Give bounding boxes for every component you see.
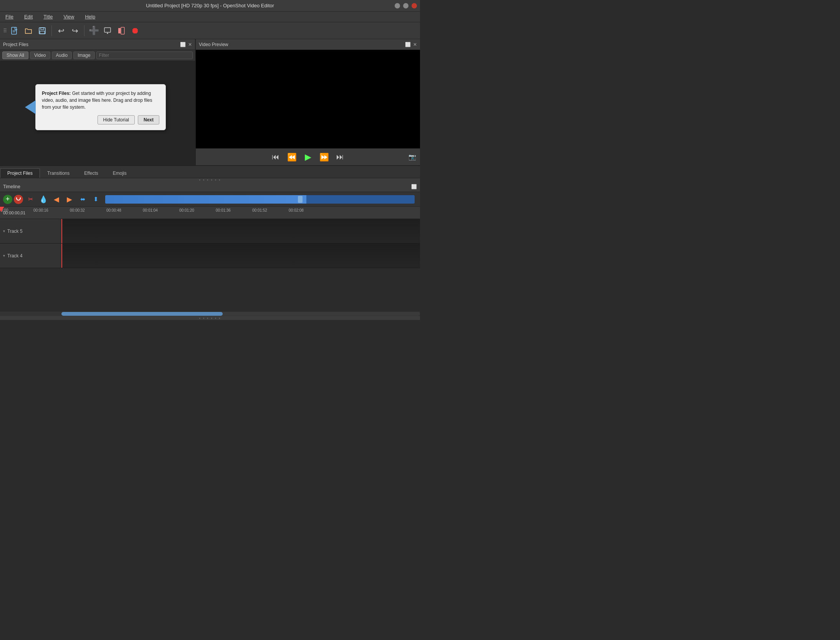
align-center-button[interactable]: ⬍	[90, 194, 101, 205]
menu-edit[interactable]: Edit	[22, 13, 35, 20]
menu-help[interactable]: Help	[83, 13, 98, 20]
filter-input[interactable]	[96, 51, 193, 59]
video-controls: ⏮ ⏪ ▶ ⏩ ⏭ 📷	[196, 148, 420, 165]
menubar: File Edit Title View Help	[0, 12, 420, 22]
scrubber-handle[interactable]	[298, 196, 303, 203]
svg-rect-9	[121, 27, 124, 34]
timeline-resize-icon[interactable]: ⬜	[411, 184, 417, 189]
project-files-title: Project Files	[3, 42, 28, 47]
tutorial-arrow	[25, 100, 36, 114]
ripple-button[interactable]: 💧	[38, 194, 49, 205]
rewind-button[interactable]: ⏪	[286, 151, 298, 163]
tab-project-files[interactable]: Project Files	[0, 168, 40, 178]
fullscreen-button[interactable]	[101, 25, 114, 37]
ruler-marker-64: 00:01:04	[143, 208, 158, 212]
fast-forward-button[interactable]: ⏩	[318, 151, 330, 163]
tab-effects[interactable]: Effects	[77, 168, 105, 178]
filter-bar: Show All Video Audio Image	[0, 50, 195, 61]
filter-image[interactable]: Image	[73, 51, 94, 59]
scrollbar-thumb[interactable]	[61, 312, 223, 316]
video-resize-icon[interactable]: ⬜	[405, 42, 411, 47]
video-preview-panel: Video Preview ⬜ ✕ ⏮ ⏪ ▶ ⏩ ⏭ 📷	[196, 39, 420, 165]
minimize-button[interactable]	[395, 3, 400, 8]
project-files-content: Project Files: Get started with your pro…	[0, 61, 195, 165]
bottom-resize-dots: • • • • • •	[199, 316, 221, 320]
filter-audio[interactable]: Audio	[52, 51, 72, 59]
new-button[interactable]	[8, 25, 21, 37]
export-button[interactable]	[115, 25, 127, 37]
track-5-name: Track 5	[7, 229, 23, 234]
track-4-arrow[interactable]: ▾	[3, 254, 5, 258]
jump-end-button[interactable]: ⏭	[334, 151, 346, 163]
track-area: ▾ Track 5 ▾ Track 4	[0, 219, 420, 312]
screenshot-button[interactable]: 📷	[408, 153, 416, 161]
timeline-section: Timeline ⬜ + ✂ 💧 ◀ ▶ ⬌ ⬍ 00:00:00,01	[0, 181, 420, 320]
track-4-content[interactable]	[61, 244, 420, 268]
timeline-toolbar: + ✂ 💧 ◀ ▶ ⬌ ⬍	[0, 192, 420, 207]
ruler-marker-48: 00:00:48	[106, 208, 121, 212]
project-files-header: Project Files ⬜ ✕	[0, 39, 195, 50]
ruler-area: 0:00 00:00:16 00:00:32 00:00:48 00:01:04…	[0, 207, 420, 219]
panel-close-icon[interactable]: ✕	[188, 42, 192, 47]
timeline-ruler-wrapper: 00:00:00,01 0:00 00:00:16 00:00:32 00:00…	[0, 207, 420, 219]
tab-transitions[interactable]: Transitions	[40, 168, 77, 178]
magnet-button[interactable]	[14, 195, 23, 204]
track-5-arrow[interactable]: ▾	[3, 229, 5, 233]
menu-file[interactable]: File	[3, 13, 16, 20]
video-close-icon[interactable]: ✕	[413, 42, 417, 47]
razor-button[interactable]: ✂	[25, 194, 36, 205]
jump-start-button[interactable]: ⏮	[270, 151, 281, 163]
record-button[interactable]: ⏺	[129, 25, 141, 37]
timeline-scrollbar-area	[0, 312, 420, 316]
open-button[interactable]	[22, 25, 35, 37]
bottom-resize-handle[interactable]: • • • • • •	[0, 316, 420, 320]
track-row-4: ▾ Track 4	[0, 244, 420, 268]
titlebar: Untitled Project [HD 720p 30 fps] - Open…	[0, 0, 420, 12]
timeline-scrollbar[interactable]	[61, 312, 420, 316]
import-button[interactable]: ➕	[88, 25, 100, 37]
undo-button[interactable]: ↩	[55, 25, 67, 37]
maximize-button[interactable]	[403, 3, 408, 8]
jump-end-tl-button[interactable]: ▶	[64, 194, 75, 205]
track-4-name: Track 4	[7, 253, 23, 259]
panel-resize-icon[interactable]: ⬜	[180, 42, 186, 47]
menu-view[interactable]: View	[61, 13, 76, 20]
resize-handle[interactable]: • • • • • •	[0, 178, 420, 181]
panel-header-icons: ⬜ ✕	[180, 42, 192, 47]
scrubber-bar[interactable]	[105, 195, 415, 204]
ruler-marker-80: 00:01:20	[179, 208, 194, 212]
track-4-label: ▾ Track 4	[0, 244, 61, 268]
video-preview-header: Video Preview ⬜ ✕	[196, 39, 420, 50]
align-left-button[interactable]: ⬌	[77, 194, 88, 205]
video-preview-title: Video Preview	[199, 42, 228, 47]
next-tutorial-button[interactable]: Next	[138, 115, 159, 124]
ruler-marker-96: 00:01:36	[216, 208, 231, 212]
video-screen	[196, 50, 420, 148]
menu-title[interactable]: Title	[41, 13, 55, 20]
track-row-5: ▾ Track 5	[0, 219, 420, 244]
filter-video[interactable]: Video	[30, 51, 50, 59]
grip-icon: ⠿	[3, 28, 7, 34]
window-controls	[395, 3, 417, 8]
add-track-button[interactable]: +	[3, 195, 12, 204]
jump-start-tl-button[interactable]: ◀	[51, 194, 62, 205]
project-files-panel: Project Files ⬜ ✕ Show All Video Audio I…	[0, 39, 196, 165]
track-5-content[interactable]	[61, 219, 420, 243]
ruler-marker-16: 00:00:16	[33, 208, 48, 212]
play-button[interactable]: ▶	[302, 151, 314, 163]
filter-show-all[interactable]: Show All	[2, 51, 28, 59]
playhead-triangle	[0, 207, 4, 212]
redo-button[interactable]: ↪	[69, 25, 81, 37]
svg-rect-6	[104, 28, 111, 32]
svg-rect-8	[118, 28, 121, 33]
ruler-marker-128: 00:02:08	[289, 208, 304, 212]
hide-tutorial-button[interactable]: Hide Tutorial	[98, 115, 135, 124]
bottom-tabs: Project Files Transitions Effects Emojis	[0, 166, 420, 178]
tutorial-bubble: Project Files: Get started with your pro…	[35, 84, 166, 130]
tab-emojis[interactable]: Emojis	[106, 168, 134, 178]
close-button[interactable]	[412, 3, 417, 8]
save-button[interactable]	[36, 25, 48, 37]
toolbar-separator-2	[84, 25, 84, 36]
scrubber-container	[105, 195, 415, 204]
ruler-marker-112: 00:01:52	[252, 208, 267, 212]
